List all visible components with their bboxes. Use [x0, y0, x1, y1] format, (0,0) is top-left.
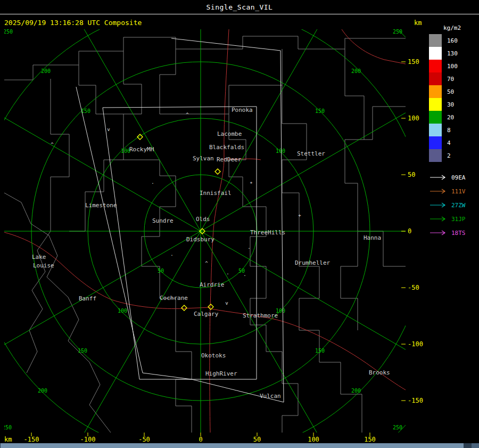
- point-marker: v: [225, 300, 228, 306]
- color-scale-value: 2: [447, 152, 451, 159]
- color-scale-row: 50: [429, 85, 478, 98]
- boundary-line: [364, 107, 406, 140]
- scrollbar-thumb[interactable]: [1, 443, 464, 448]
- color-scale-row: 70: [429, 72, 478, 85]
- city-label: Brooks: [369, 369, 390, 376]
- color-scale-row: 100: [429, 60, 478, 72]
- azimuth-line: [52, 0, 201, 231]
- city-label: Stettler: [297, 150, 325, 157]
- city-label: Cochrane: [160, 295, 188, 302]
- city-label: Blackfalds: [209, 144, 244, 151]
- point-marker: .: [151, 180, 154, 185]
- city-label: RedDeer: [217, 156, 242, 163]
- city-label: Airdrie: [200, 281, 224, 288]
- range-label: 250: [2, 425, 12, 430]
- axis-tick-label: 100: [308, 436, 319, 443]
- city-label: Didsbury: [186, 236, 214, 243]
- site-arrow-icon: [429, 188, 448, 194]
- boundary-line: [4, 193, 111, 433]
- highway-line: [212, 309, 406, 390]
- color-scale-swatch: [429, 136, 442, 149]
- site-id-label: 09EA: [451, 174, 466, 181]
- scrollbar-right-button[interactable]: [472, 443, 479, 448]
- color-scale-swatch: [429, 47, 442, 60]
- color-scale-row: 160: [429, 34, 478, 47]
- radar-site-marker: [208, 304, 213, 309]
- color-scale-swatch: [429, 72, 442, 85]
- color-scale-value: 160: [447, 37, 458, 44]
- color-scale-row: 30: [429, 98, 478, 111]
- range-label: 200: [351, 68, 361, 74]
- boundary-line: [51, 79, 69, 231]
- range-label: 200: [38, 388, 47, 394]
- range-label: 100: [276, 148, 285, 154]
- color-scale-value: 70: [447, 76, 454, 83]
- point-marker: +: [298, 213, 301, 218]
- color-scale-row: 8: [429, 124, 478, 136]
- city-label: Strathmore: [243, 312, 278, 319]
- horizontal-scrollbar[interactable]: [0, 443, 479, 448]
- site-legend-row: 31JP: [429, 212, 478, 226]
- range-label: 200: [41, 68, 51, 74]
- azimuth-line: [52, 231, 201, 448]
- color-scale-row: 4: [429, 136, 478, 149]
- site-legend-row: 27ZW: [429, 198, 478, 212]
- range-label: 250: [3, 29, 13, 35]
- site-legend-row: 111V: [429, 184, 478, 198]
- axis-tick-label: -100: [408, 340, 423, 348]
- site-legend: 09EA111V27ZW31JP18TS: [429, 170, 478, 240]
- city-label: RockyMH: [129, 146, 154, 153]
- boundary-line: [79, 65, 123, 114]
- axis-tick-label: 150: [408, 58, 419, 66]
- site-id-label: 27ZW: [451, 202, 466, 209]
- site-id-label: 18TS: [451, 230, 466, 237]
- site-arrow-icon: [429, 216, 448, 222]
- range-ring: [0, 5, 426, 448]
- axis-tick-label: -150: [24, 436, 39, 443]
- color-scale-swatch: [429, 111, 442, 124]
- range-label: 50: [158, 268, 164, 274]
- city-label: Sundre: [152, 217, 174, 224]
- site-legend-row: 18TS: [429, 226, 478, 240]
- range-label: 150: [78, 348, 87, 354]
- city-label: Sylvan: [193, 155, 214, 162]
- legend-unit-label: kg/m2: [443, 25, 478, 31]
- scan-area-outline: [76, 87, 192, 379]
- city-label: Lake: [32, 254, 46, 260]
- city-label: Okotoks: [201, 352, 226, 359]
- color-scale-value: 20: [447, 114, 454, 121]
- point-marker: .: [243, 272, 246, 277]
- city-label: ThreeHills: [250, 229, 285, 236]
- color-scale-value: 50: [447, 88, 454, 95]
- axis-tick-label: 50: [408, 171, 415, 178]
- scan-area-outline: [171, 38, 284, 402]
- color-scale-value: 130: [447, 50, 458, 57]
- color-scale-swatch: [429, 60, 442, 72]
- city-label: Louise: [33, 262, 54, 269]
- city-label: Calgary: [194, 311, 219, 317]
- radar-map[interactable]: 2502001501001001502002505010015020025050…: [0, 0, 479, 448]
- color-scale-swatch: [429, 124, 442, 136]
- color-scale-row: 130: [429, 47, 478, 60]
- point-marker: ^: [186, 112, 189, 117]
- axis-tick-label: 0: [408, 227, 411, 235]
- range-label: 250: [393, 425, 402, 430]
- city-label: Limestone: [85, 202, 117, 209]
- axis-tick-label: -50: [138, 436, 150, 443]
- range-ring: [0, 0, 479, 448]
- color-scale-value: 8: [447, 127, 451, 134]
- point-marker: .: [247, 245, 250, 250]
- color-scale: 16013010070503020842: [429, 34, 478, 162]
- range-label: 100: [118, 308, 127, 314]
- point-marker: .: [226, 270, 229, 275]
- point-marker: ^: [51, 142, 54, 147]
- azimuth-line: [0, 82, 201, 231]
- radar-app-window: Single_Scan_VIL 2025/09/19 13:16:28 UTC …: [0, 0, 479, 448]
- color-scale-swatch: [429, 98, 442, 111]
- site-id-label: 31JP: [451, 216, 466, 223]
- range-label: 150: [315, 108, 325, 114]
- city-label: Banff: [79, 295, 96, 302]
- city-label: Olds: [196, 216, 210, 223]
- point-marker: ^: [205, 260, 208, 266]
- axis-tick-label: 150: [364, 436, 376, 443]
